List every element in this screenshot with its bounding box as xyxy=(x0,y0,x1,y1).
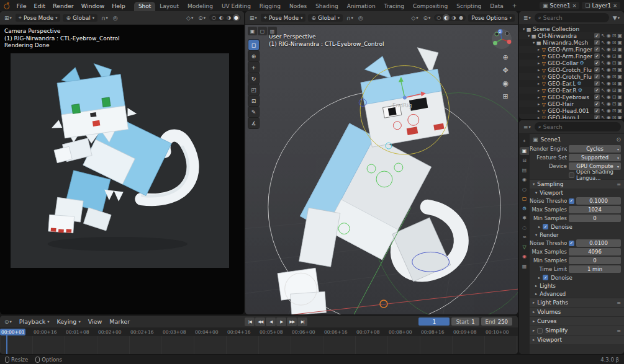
exclude-checkbox[interactable]: ✓ xyxy=(594,87,600,93)
exclude-checkbox[interactable]: ✓ xyxy=(594,33,600,38)
workspace-tab[interactable]: Rigging xyxy=(255,2,285,11)
selectable-toggle-icon[interactable]: ↖ xyxy=(601,67,605,73)
viewport-denoise-row[interactable]: ▸ ✓ Denoise xyxy=(530,223,624,231)
expand-icon[interactable]: ▾ xyxy=(523,27,525,32)
shading-solid-button[interactable]: ◐ xyxy=(443,14,450,21)
hide-eye-icon[interactable]: ◉ xyxy=(607,53,611,59)
tab-world[interactable]: ○ xyxy=(520,185,529,193)
min-samples-value[interactable]: 0 xyxy=(569,257,621,264)
expand-icon[interactable]: ▸ xyxy=(538,102,540,107)
osl-checkbox[interactable] xyxy=(569,172,574,178)
render-disable-icon[interactable]: ▣ xyxy=(617,74,622,79)
section-menu-icon[interactable]: ≡ xyxy=(617,182,621,187)
expand-icon[interactable]: ▸ xyxy=(538,74,540,79)
noise-threshold-value[interactable]: 0.1000 xyxy=(576,197,621,205)
outliner-row[interactable]: ▸ GEO-Crotch_Flu ✓ ↖ ◉ ⊡ ▣ xyxy=(519,73,624,80)
selectable-toggle-icon[interactable]: ↖ xyxy=(601,101,605,107)
properties-search[interactable]: ⌕ xyxy=(535,122,621,131)
outliner-row[interactable]: ▸ GEO-Horn.L ✓ ↖ ◉ ⊡ ▣ xyxy=(519,114,624,119)
menubar-item[interactable]: File xyxy=(13,2,30,10)
noise-threshold-checkbox[interactable]: ✓ xyxy=(569,241,574,246)
selectable-toggle-icon[interactable]: ↖ xyxy=(601,115,605,119)
shading-rendered-button[interactable]: ● xyxy=(458,14,464,21)
expand-icon[interactable]: ▸ xyxy=(538,47,540,52)
tab-view-layer[interactable]: ▤ xyxy=(520,166,529,174)
rig-root-label[interactable]: EndRig xyxy=(392,102,412,109)
properties-section[interactable]: ▸ Simplify ≡ xyxy=(530,326,624,335)
orientation-selector[interactable]: ⊕Global▾ xyxy=(308,14,343,22)
camera-viewport-canvas[interactable]: Camera Perspective (1) RIG-Nirwandra : C… xyxy=(0,25,244,314)
shading-solid-button[interactable]: ◐ xyxy=(218,14,225,21)
previous-keyframe-button[interactable]: ◀◀ xyxy=(255,317,265,326)
perspective-toggle-icon[interactable]: ⊞ xyxy=(502,92,509,100)
transform-tool[interactable]: ⊡ xyxy=(248,95,259,106)
view-layer-selector[interactable]: ❏ Layer1 ✕ xyxy=(582,2,620,9)
tab-modifiers[interactable]: ⚙ xyxy=(520,205,529,213)
shading-rendered-button[interactable]: ● xyxy=(233,14,240,21)
selectable-toggle-icon[interactable]: ↖ xyxy=(601,33,605,38)
render-disable-icon[interactable]: ▣ xyxy=(617,47,622,52)
hide-eye-icon[interactable]: ◉ xyxy=(607,87,611,93)
scene-selector[interactable]: ▣ Scene1 ✕ xyxy=(540,2,579,9)
render-denoise-row[interactable]: ▸ ✓ Denoise xyxy=(530,273,624,282)
outliner-row[interactable]: ▸ GEO-Eyebrows ✓ ↖ ◉ ⊡ ▣ xyxy=(519,94,624,100)
pan-hand-icon[interactable]: ✥ xyxy=(502,66,509,74)
filter-button[interactable]: ▼▾ xyxy=(612,14,621,22)
blender-logo-icon[interactable]: ○̐ xyxy=(4,2,10,10)
properties-section[interactable]: ▸ Volumes xyxy=(530,307,624,316)
snap-toggle[interactable]: ∩▾ xyxy=(345,14,355,22)
timeline-body[interactable]: 00:00+01 00:00+16 00:01+08 00:02+00 00:0… xyxy=(0,328,518,354)
subsection-render[interactable]: ▾ Render xyxy=(530,231,624,239)
hide-eye-icon[interactable]: ◉ xyxy=(607,94,611,100)
zoom-icon[interactable]: ⊕ xyxy=(502,53,509,61)
exclude-checkbox[interactable]: ✓ xyxy=(594,81,600,86)
outliner-row[interactable]: ▸ GEO-Ear.L ⚙ ✓ ↖ ◉ ⊡ ▣ xyxy=(519,80,624,87)
tab-material[interactable]: ◉ xyxy=(520,252,529,260)
menubar-item[interactable]: Help xyxy=(108,2,129,10)
unlink-scene-icon[interactable]: ✕ xyxy=(572,3,577,9)
search-input[interactable] xyxy=(543,15,605,21)
snap-toggle[interactable]: ∩▾ xyxy=(100,14,109,22)
selectable-toggle-icon[interactable]: ↖ xyxy=(601,108,605,113)
render-disable-icon[interactable]: ▣ xyxy=(617,94,622,100)
hide-eye-icon[interactable]: ◉ xyxy=(607,67,611,73)
viewport-disable-icon[interactable]: ⊡ xyxy=(612,33,617,38)
active-tool-icon[interactable]: ▣ xyxy=(248,27,257,35)
timeline-menu-item[interactable]: View xyxy=(84,317,106,326)
add-workspace-button[interactable]: + xyxy=(509,2,520,9)
noise-threshold-value[interactable]: 0.0100 xyxy=(576,239,621,247)
tab-object-data[interactable]: ▽ xyxy=(520,243,529,251)
mode-selector[interactable]: ⌖Pose Mode▾ xyxy=(261,14,306,22)
playhead[interactable] xyxy=(6,335,7,354)
outliner-row[interactable]: ▸ GEO-Head.001 ✓ ↖ ◉ ⊡ ▣ xyxy=(519,107,624,114)
current-frame-field[interactable]: 1 xyxy=(418,317,450,326)
viewport-disable-icon[interactable]: ⊡ xyxy=(612,53,617,59)
outliner-row[interactable]: ▸ GEO-Arm.Finger ✓ ↖ ◉ ⊡ ▣ xyxy=(519,46,624,53)
selectable-toggle-icon[interactable]: ↖ xyxy=(601,47,605,52)
pose-options-dropdown[interactable]: Pose Options▾ xyxy=(468,14,515,22)
outliner-row[interactable]: ▸ GEO-Ear.R ⚙ ✓ ↖ ◉ ⊡ ▣ xyxy=(519,87,624,94)
timeline-tracks[interactable] xyxy=(0,336,518,354)
options-icon[interactable]: ▥ xyxy=(268,27,277,35)
hide-eye-icon[interactable]: ◉ xyxy=(607,101,611,107)
viewport-disable-icon[interactable]: ⊡ xyxy=(612,81,617,86)
render-disable-icon[interactable]: ▣ xyxy=(617,87,622,93)
expand-icon[interactable]: ▸ xyxy=(538,109,540,113)
viewport-disable-icon[interactable]: ⊡ xyxy=(612,74,617,79)
hide-eye-icon[interactable]: ◉ xyxy=(607,115,611,119)
workspace-tab[interactable]: Layout xyxy=(155,2,183,11)
expand-icon[interactable]: ▸ xyxy=(538,115,540,120)
noise-threshold-checkbox[interactable]: ✓ xyxy=(569,198,574,204)
workspace-tab[interactable]: Shading xyxy=(311,2,343,11)
viewport-disable-icon[interactable]: ⊡ xyxy=(612,60,617,66)
max-samples-value[interactable]: 1024 xyxy=(569,206,621,213)
subsection-viewport[interactable]: ▾ Viewport xyxy=(530,189,624,197)
play-reverse-button[interactable]: ◀ xyxy=(266,317,276,326)
show-overlays-toggle[interactable]: ⊙▾ xyxy=(197,14,207,22)
exclude-checkbox[interactable]: ✓ xyxy=(594,74,600,79)
render-disable-icon[interactable]: ▣ xyxy=(617,108,622,113)
expand-icon[interactable]: ▸ xyxy=(538,88,540,93)
frame-start-field[interactable]: Start1 xyxy=(451,317,479,326)
editor-type-button[interactable]: ⊞▾ xyxy=(3,14,13,22)
min-samples-value[interactable]: 0 xyxy=(569,215,621,222)
